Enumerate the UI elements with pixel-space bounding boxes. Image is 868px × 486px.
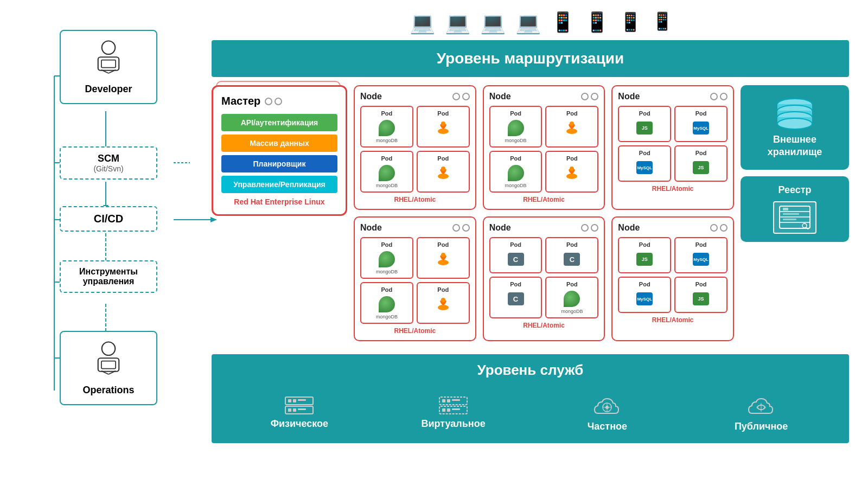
- device-tablet-2: 📱: [585, 11, 609, 35]
- svg-rect-54: [293, 399, 296, 402]
- pod-5-2: Pod C: [545, 237, 598, 273]
- virtual-label: Виртуальное: [376, 418, 531, 430]
- svg-rect-67: [452, 408, 460, 410]
- node-2-pods: Pod mongoDB Pod: [489, 106, 599, 193]
- master-rhel-label: Red Hat Enterprise Linux: [221, 197, 337, 206]
- svg-point-24: [438, 129, 449, 134]
- devices-row: 💻 💻 💻 💻 📱 📱 📱 📱: [212, 11, 849, 35]
- pod-2-4: Pod: [545, 151, 598, 193]
- main-area: 💻 💻 💻 💻 📱 📱 📱 📱 Уровень маршрутизации: [212, 11, 849, 443]
- node-card-3: Node Pod JS Pod MySQL: [611, 85, 734, 210]
- master-title: Мастер: [221, 95, 337, 107]
- device-laptop-3: 💻: [480, 11, 506, 35]
- master-dots: [265, 98, 282, 105]
- external-storage-box: Внешнее хранилище: [741, 85, 849, 170]
- master-items: API/аутентификация Массив данных Планиро…: [221, 114, 337, 193]
- routing-bar: Уровень маршрутизации: [212, 40, 849, 77]
- routing-label: Уровень маршрутизации: [437, 50, 624, 67]
- pod-5-1: Pod C: [489, 237, 542, 273]
- svg-point-27: [441, 167, 445, 171]
- svg-rect-59: [298, 408, 306, 410]
- node-2-footer: RHEL/Atomic: [489, 196, 599, 203]
- developer-icon: [90, 39, 127, 77]
- services-grid: Физическое: [212, 386, 849, 443]
- nodes-row-top: Node Pod mongoDB Pod: [354, 85, 734, 210]
- device-phone-2: 📱: [652, 11, 673, 35]
- diagram-container: Developer SCM (Git/Svn) CI/CD Инструмент…: [0, 0, 868, 486]
- pod-6-1: Pod JS: [618, 237, 671, 273]
- cicd-label: CI/CD: [69, 213, 148, 225]
- pod-1-2: Pod: [417, 106, 470, 148]
- tools-line1: Инструменты: [69, 267, 148, 277]
- master-dot-2: [275, 98, 282, 105]
- svg-rect-16: [101, 60, 116, 68]
- node-2-header: Node: [489, 92, 599, 101]
- svg-rect-49: [783, 219, 796, 220]
- pod-1-1: Pod mongoDB: [360, 106, 413, 148]
- services-bar: Уровень служб: [212, 354, 849, 386]
- svg-rect-62: [447, 399, 450, 402]
- svg-rect-47: [783, 208, 788, 210]
- physical-icon: [222, 394, 376, 418]
- operations-box: Operations: [60, 331, 157, 405]
- pod-2-1: Pod mongoDB: [489, 106, 542, 148]
- svg-rect-58: [293, 408, 296, 412]
- device-laptop-2: 💻: [445, 11, 470, 35]
- storage-icon-svg: [773, 96, 816, 131]
- svg-point-31: [570, 167, 574, 171]
- node-5-header: Node: [489, 223, 599, 233]
- pod-1-3: Pod mongoDB: [360, 151, 413, 193]
- svg-point-19: [102, 342, 116, 356]
- svg-rect-66: [447, 408, 450, 412]
- master-item-mgmt: Управление/Репликация: [221, 176, 337, 193]
- node-card-1: Node Pod mongoDB Pod: [354, 85, 476, 210]
- svg-point-25: [441, 122, 445, 126]
- node-card-2: Node Pod mongoDB Pod: [483, 85, 605, 210]
- node-card-5: Node Pod C Pod C: [483, 216, 605, 341]
- services-section: Уровень служб: [212, 354, 849, 443]
- developer-box: Developer: [60, 30, 157, 104]
- pod-4-3: Pod mongoDB: [360, 282, 413, 324]
- pod-6-4: Pod JS: [674, 277, 727, 313]
- node-5-pods: Pod C Pod C Pod C: [489, 237, 599, 318]
- node-4-footer: RHEL/Atomic: [360, 327, 470, 335]
- master-title-text: Мастер: [221, 95, 260, 107]
- master-column: Мастер API/аутентификация Массив данных …: [212, 85, 347, 348]
- svg-rect-65: [442, 408, 445, 412]
- svg-rect-61: [442, 399, 445, 402]
- svg-point-50: [802, 223, 807, 228]
- device-laptop-4: 💻: [515, 11, 541, 35]
- svg-rect-63: [452, 399, 460, 401]
- node-card-4: Node Pod mongoDB Pod: [354, 216, 476, 341]
- pod-4-2: Pod: [417, 237, 470, 279]
- master-item-api: API/аутентификация: [221, 114, 337, 131]
- node-card-6: Node Pod JS Pod MySQL: [611, 216, 734, 341]
- right-boxes: Внешнее хранилище Реестр: [741, 85, 849, 348]
- svg-point-34: [438, 305, 449, 310]
- pod-3-2: Pod MySQL: [674, 106, 727, 142]
- svg-point-14: [102, 41, 116, 55]
- pod-3-1: Pod JS: [618, 106, 671, 142]
- scm-label: SCM: [69, 153, 148, 164]
- pod-6-3: Pod MySQL: [618, 277, 671, 313]
- node-1-footer: RHEL/Atomic: [360, 196, 470, 203]
- registry-icon: [773, 201, 816, 234]
- pod-3-4: Pod JS: [674, 145, 727, 182]
- pod-5-4: Pod mongoDB: [545, 277, 598, 318]
- operations-label: Operations: [72, 385, 145, 396]
- physical-label: Физическое: [222, 418, 376, 430]
- node-6-pods: Pod JS Pod MySQL Pod MySQL: [618, 237, 727, 313]
- node-1-pods: Pod mongoDB Pod: [360, 106, 470, 193]
- scm-sublabel: (Git/Svn): [69, 164, 148, 173]
- svg-rect-57: [288, 408, 291, 412]
- service-virtual: Виртуальное: [376, 394, 531, 432]
- device-tablet-1: 📱: [551, 11, 575, 35]
- registry-icon-svg: [778, 205, 811, 229]
- private-cloud-icon: [531, 394, 685, 421]
- developer-label: Developer: [72, 84, 145, 95]
- pod-2-2: Pod: [545, 106, 598, 148]
- service-public: Публичное: [684, 394, 838, 432]
- node-6-footer: RHEL/Atomic: [618, 316, 727, 324]
- pod-6-2: Pod MySQL: [674, 237, 727, 273]
- public-label: Публичное: [684, 421, 838, 432]
